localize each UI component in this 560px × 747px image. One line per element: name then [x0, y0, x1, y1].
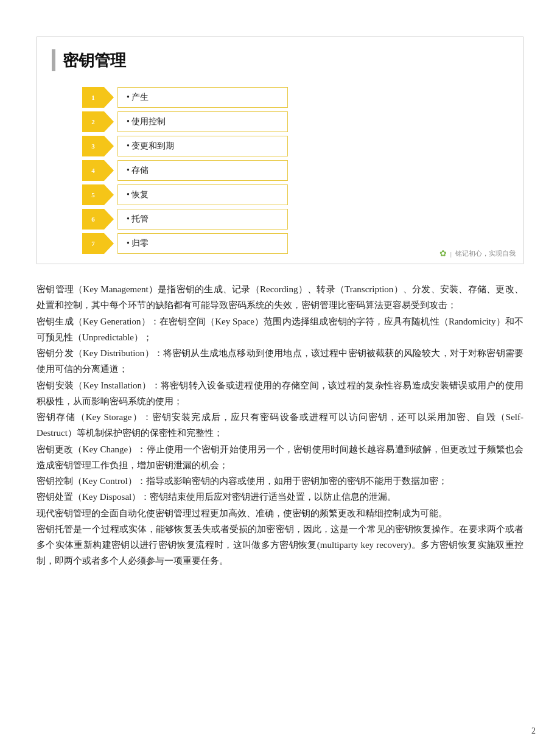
- text-paragraph: 密钥控制（Key Control）：指导或影响密钥的内容或使用，如用于密钥加密的…: [37, 473, 523, 489]
- chevron-item: 2 • 使用控制: [82, 111, 508, 132]
- chevron-label: • 归零: [117, 233, 288, 254]
- chevron-item: 4 • 存储: [82, 160, 508, 181]
- chevron-shape: 4: [82, 160, 114, 181]
- slide-header-bar: [52, 49, 55, 71]
- chevron-label: • 存储: [117, 160, 288, 181]
- text-paragraph: 密钥分发（Key Distribution）：将密钥从生成地点移动到使用地点，该…: [37, 345, 523, 377]
- chevron-label: • 变更和到期: [117, 136, 288, 156]
- chevron-label: • 托管: [117, 209, 288, 230]
- slide-box: 密钥管理 1 • 产生 2 • 使用控制 3 • 变更和到期 4: [37, 37, 523, 264]
- chevron-shape: 2: [82, 111, 114, 132]
- text-paragraph: 密钥处置（Key Disposal）：密钥结束使用后应对密钥进行适当处置，以防止…: [37, 489, 523, 505]
- chevron-arrow-icon: [104, 160, 114, 181]
- text-paragraph: 密钥管理（Key Management）是指密钥的生成、记录（Recording…: [37, 281, 523, 314]
- chevron-item: 5 • 恢复: [82, 184, 508, 205]
- chevron-label: • 使用控制: [117, 111, 288, 132]
- chevron-item: 6 • 托管: [82, 209, 508, 230]
- chevron-shape: 1: [82, 87, 114, 108]
- chevron-number: 4: [82, 160, 104, 181]
- chevron-number: 5: [82, 184, 104, 205]
- text-paragraph: 密钥存储（Key Storage）：密钥安装完成后，应只有密码设备或进程可以访问…: [37, 409, 523, 441]
- chevron-shape: 6: [82, 209, 114, 230]
- chevron-arrow-icon: [104, 233, 114, 254]
- slide-title: 密钥管理: [63, 50, 126, 71]
- chevron-item: 3 • 变更和到期: [82, 136, 508, 156]
- footer-logo-icon: ✿: [439, 248, 447, 259]
- main-text-body: 密钥管理（Key Management）是指密钥的生成、记录（Recording…: [37, 281, 523, 569]
- chevron-arrow-icon: [104, 111, 114, 132]
- chevron-list: 1 • 产生 2 • 使用控制 3 • 变更和到期 4 • 存储: [52, 87, 508, 254]
- text-paragraph: 密钥安装（Key Installation）：将密钥转入设备或进程使用的存储空间…: [37, 377, 523, 410]
- footer-divider: |: [450, 250, 452, 258]
- text-paragraph: 密钥托管是一个过程或实体，能够恢复丢失或者受损的加密密钥，因此，这是一个常见的密…: [37, 521, 523, 569]
- chevron-number: 7: [82, 233, 104, 254]
- text-paragraph: 现代密钥管理的全面自动化使密钥管理过程更加高效、准确，使密钥的频繁更改和精细控制…: [37, 505, 523, 521]
- footer-text: 铭记初心，实现自我: [455, 249, 516, 258]
- chevron-number: 6: [82, 209, 104, 230]
- text-paragraph: 密钥生成（Key Generation）：在密钥空间（Key Space）范围内…: [37, 314, 523, 346]
- chevron-shape: 7: [82, 233, 114, 254]
- slide-footer: ✿ | 铭记初心，实现自我: [439, 248, 516, 259]
- text-paragraph: 密钥更改（Key Change）：停止使用一个密钥开始使用另一个，密钥使用时间越…: [37, 441, 523, 474]
- chevron-item: 1 • 产生: [82, 87, 508, 108]
- chevron-label: • 恢复: [117, 184, 288, 205]
- chevron-arrow-icon: [104, 136, 114, 156]
- chevron-arrow-icon: [104, 209, 114, 230]
- chevron-shape: 3: [82, 136, 114, 156]
- chevron-shape: 5: [82, 184, 114, 205]
- page-number: 2: [531, 726, 536, 736]
- chevron-label: • 产生: [117, 87, 288, 108]
- chevron-number: 1: [82, 87, 104, 108]
- chevron-arrow-icon: [104, 184, 114, 205]
- chevron-number: 3: [82, 136, 104, 156]
- chevron-number: 2: [82, 111, 104, 132]
- slide-header: 密钥管理: [52, 49, 508, 76]
- chevron-arrow-icon: [104, 87, 114, 108]
